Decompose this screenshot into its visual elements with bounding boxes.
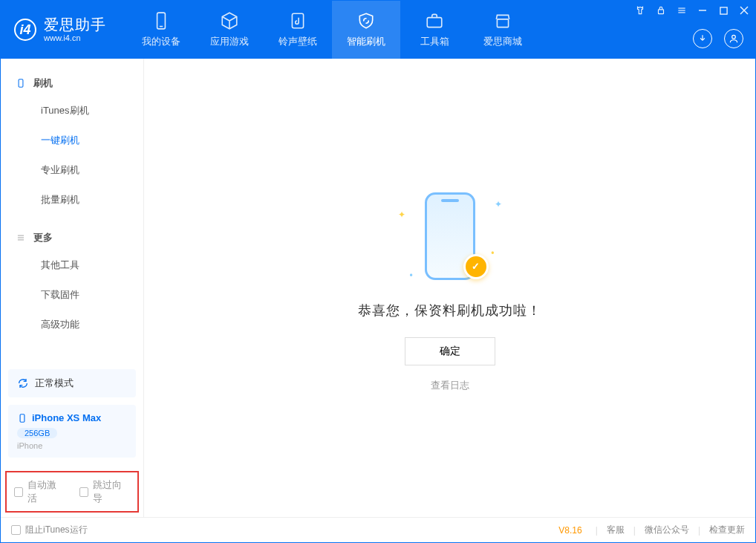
sidebar-item-oneclick-flash[interactable]: 一键刷机 (1, 126, 143, 155)
svg-rect-2 (292, 13, 303, 28)
tab-apps[interactable]: 应用游戏 (195, 1, 264, 59)
tab-my-device[interactable]: 我的设备 (127, 1, 195, 59)
sparkle-icon: • (491, 248, 494, 259)
check-badge-icon: ✓ (463, 254, 489, 279)
checkbox-auto-activate[interactable]: 自动激活 (14, 478, 65, 505)
sidebar-item-other-tools[interactable]: 其他工具 (1, 250, 143, 280)
tab-toolbox[interactable]: 工具箱 (400, 1, 469, 59)
lock-icon[interactable] (656, 5, 666, 16)
mode-status-card[interactable]: 正常模式 (8, 369, 136, 397)
shirt-icon[interactable] (635, 5, 645, 16)
cube-icon (220, 11, 239, 30)
checkbox-icon (11, 525, 21, 535)
sparkle-icon: ✦ (398, 209, 405, 220)
footer-link-support[interactable]: 客服 (607, 524, 625, 536)
main-content: ✓ ✦ ✦ • • 恭喜您，保资料刷机成功啦！ 确定 查看日志 (144, 59, 755, 517)
sidebar-item-advanced[interactable]: 高级功能 (1, 310, 143, 339)
sidebar-group-flash: 刷机 (1, 71, 143, 96)
refresh-icon (17, 377, 29, 389)
device-icon (151, 11, 171, 30)
sidebar-item-batch-flash[interactable]: 批量刷机 (1, 185, 143, 215)
device-card[interactable]: iPhone XS Max 256GB iPhone (8, 405, 136, 458)
sidebar-item-download-firmware[interactable]: 下载固件 (1, 280, 143, 310)
checkbox-icon (14, 487, 23, 497)
svg-rect-5 (659, 10, 664, 14)
download-button[interactable] (693, 29, 712, 48)
app-subtitle: www.i4.cn (44, 33, 106, 43)
svg-point-13 (732, 35, 736, 39)
close-button[interactable] (739, 5, 749, 16)
menu-icon[interactable] (677, 5, 687, 16)
sidebar-group-more: 更多 (1, 225, 143, 250)
app-logo: i4 爱思助手 www.i4.cn (1, 1, 120, 59)
sidebar-item-itunes-flash[interactable]: iTunes刷机 (1, 96, 143, 126)
version-label: V8.16 (558, 525, 581, 536)
tab-store[interactable]: 爱思商城 (469, 1, 537, 59)
phone-icon (16, 78, 26, 88)
checkbox-block-itunes[interactable]: 阻止iTunes运行 (11, 524, 88, 536)
logo-badge-icon: i4 (14, 19, 36, 41)
window-controls (635, 5, 749, 16)
device-small-icon (17, 413, 27, 423)
svg-rect-18 (20, 414, 25, 422)
sparkle-icon: ✦ (495, 199, 502, 209)
maximize-button[interactable] (718, 5, 729, 16)
main-tabs: 我的设备 应用游戏 铃声壁纸 智能刷机 工具箱 爱思商城 (127, 1, 537, 59)
mode-status-label: 正常模式 (35, 377, 74, 390)
store-icon (493, 11, 512, 30)
header-right-actions (693, 29, 743, 48)
svg-rect-4 (497, 19, 508, 27)
svg-rect-3 (427, 18, 442, 27)
device-name: iPhone XS Max (32, 412, 101, 423)
success-illustration: ✓ ✦ ✦ • • (376, 184, 524, 288)
sidebar: 刷机 iTunes刷机 一键刷机 专业刷机 批量刷机 更多 其他工具 下载固件 … (1, 59, 144, 517)
footer-link-update[interactable]: 检查更新 (709, 524, 745, 536)
music-file-icon (288, 11, 307, 30)
flash-options-row: 自动激活 跳过向导 (5, 471, 139, 513)
app-title: 爱思助手 (44, 16, 106, 33)
view-log-link[interactable]: 查看日志 (431, 379, 469, 392)
footer-link-wechat[interactable]: 微信公众号 (645, 524, 689, 536)
sidebar-item-pro-flash[interactable]: 专业刷机 (1, 155, 143, 185)
checkbox-icon (79, 487, 88, 497)
ok-button[interactable]: 确定 (405, 337, 495, 365)
device-storage-badge: 256GB (17, 428, 57, 438)
footer-bar: 阻止iTunes运行 V8.16 | 客服 | 微信公众号 | 检查更新 (1, 517, 755, 542)
sparkle-icon: • (410, 270, 413, 281)
checkbox-skip-wizard[interactable]: 跳过向导 (79, 478, 130, 505)
briefcase-icon (425, 11, 444, 30)
tab-flash[interactable]: 智能刷机 (332, 1, 400, 59)
svg-rect-14 (19, 79, 23, 88)
success-message: 恭喜您，保资料刷机成功啦！ (358, 302, 541, 319)
svg-rect-10 (720, 7, 726, 13)
app-header: i4 爱思助手 www.i4.cn 我的设备 应用游戏 铃声壁纸 智能刷机 (1, 1, 755, 59)
user-button[interactable] (724, 29, 743, 48)
tab-ringtones[interactable]: 铃声壁纸 (264, 1, 332, 59)
device-type: iPhone (17, 441, 127, 450)
list-icon (16, 233, 26, 243)
minimize-button[interactable] (697, 5, 708, 16)
refresh-shield-icon (356, 11, 376, 30)
